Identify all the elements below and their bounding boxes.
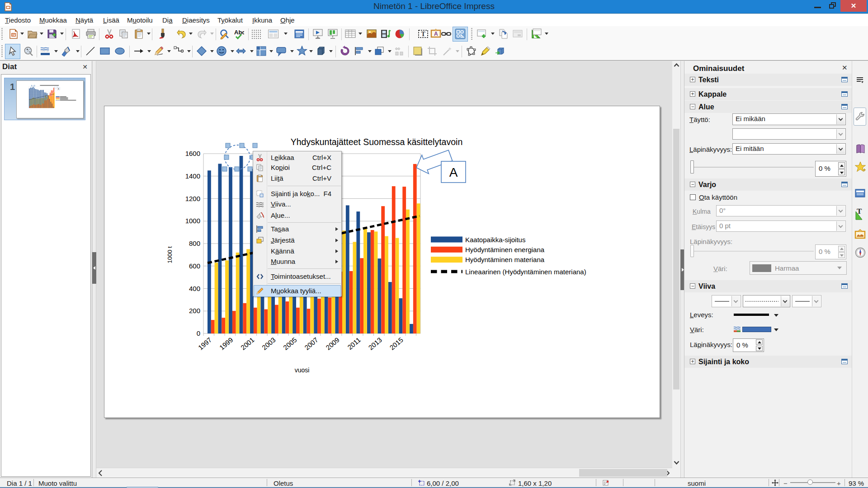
svg-text:Lineaarinen (Hyödyntäminen mat: Lineaarinen (Hyödyntäminen materiana) [465, 268, 586, 276]
svg-text:A: A [434, 31, 438, 37]
svg-text:2005: 2005 [282, 336, 298, 351]
svg-text:2001: 2001 [239, 336, 255, 351]
svg-text:2015: 2015 [388, 336, 404, 351]
svg-text:1997: 1997 [197, 336, 213, 351]
svg-text:T: T [421, 31, 426, 38]
svg-text:T: T [857, 207, 862, 216]
svg-text:200: 200 [189, 307, 200, 314]
svg-text:vuosi: vuosi [295, 366, 310, 374]
svg-text:Kaatopaikka-sijoitus: Kaatopaikka-sijoitus [465, 236, 525, 244]
svg-text:1600: 1600 [185, 150, 200, 157]
svg-text:1400: 1400 [185, 172, 200, 180]
svg-text:800: 800 [189, 239, 200, 247]
svg-text:0: 0 [197, 329, 200, 337]
svg-text:2009: 2009 [324, 336, 340, 351]
svg-text:1200: 1200 [185, 195, 200, 202]
svg-text:Abc: Abc [234, 29, 244, 36]
svg-text:400: 400 [189, 285, 200, 292]
svg-text:1000: 1000 [185, 217, 200, 225]
svg-text:600: 600 [189, 262, 200, 270]
svg-text:2003: 2003 [260, 336, 277, 351]
svg-text:2011: 2011 [346, 336, 362, 351]
svg-text:Yhdyskuntajätteet Suomessa käs: Yhdyskuntajätteet Suomessa käsittelytavo… [291, 137, 462, 147]
svg-text:Hyödyntäminen energiana: Hyödyntäminen energiana [465, 246, 545, 253]
svg-text:Hyödyntäminen materiana: Hyödyntäminen materiana [465, 256, 545, 263]
svg-text:1999: 1999 [218, 336, 234, 351]
svg-text:2007: 2007 [303, 336, 319, 351]
svg-text:1000 t: 1000 t [166, 246, 173, 263]
svg-text:2013: 2013 [367, 336, 383, 351]
svg-text:A: A [449, 165, 458, 179]
